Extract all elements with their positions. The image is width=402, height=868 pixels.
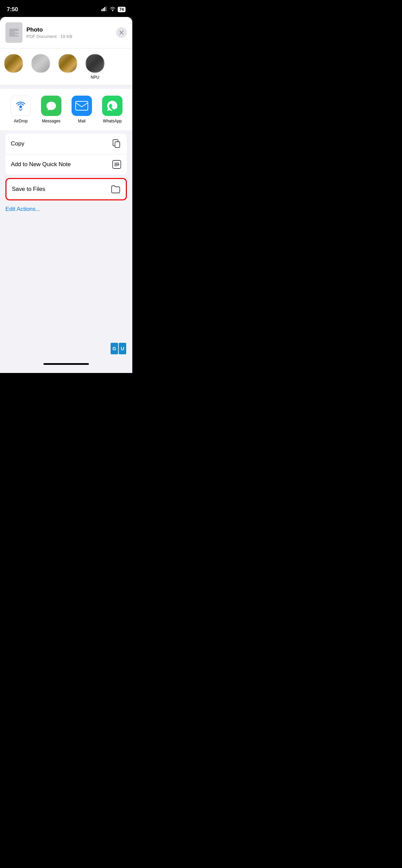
signal-icon (101, 6, 108, 13)
app-item-mail[interactable]: Mail (66, 96, 97, 123)
close-button[interactable] (116, 27, 127, 38)
messages-icon-bg (41, 96, 61, 116)
save-to-files-action[interactable]: Save to Files (6, 179, 126, 199)
svg-rect-0 (101, 9, 102, 11)
app-item-te[interactable]: T Te... (128, 96, 132, 123)
edit-actions-button[interactable]: Edit Actions... (0, 200, 132, 218)
mail-icon-bg (72, 96, 92, 116)
apps-row[interactable]: AirDrop Messages Mail (0, 89, 132, 130)
copy-icon (112, 139, 121, 149)
wifi-icon (110, 6, 116, 13)
edit-actions-label: Edit Actions... (5, 206, 40, 212)
file-thumbnail (5, 22, 22, 43)
battery-icon: 74 (118, 7, 126, 12)
copy-action[interactable]: Copy (5, 134, 127, 154)
quick-note-icon (112, 160, 121, 169)
svg-rect-3 (106, 6, 107, 11)
contact-avatar (85, 54, 104, 73)
home-indicator (0, 360, 132, 373)
svg-rect-6 (76, 101, 88, 110)
home-bar (43, 363, 89, 365)
svg-rect-1 (103, 8, 104, 11)
whatsapp-label: WhatsApp (103, 119, 121, 123)
save-to-files-label: Save to Files (12, 186, 45, 193)
svg-rect-2 (104, 7, 105, 11)
contact-item[interactable]: NPU (81, 54, 109, 80)
background-area: Photo PDF Document · 19 KB (0, 17, 132, 373)
contact-item[interactable] (27, 54, 54, 80)
quick-note-action[interactable]: Add to New Quick Note (5, 154, 127, 175)
app-item-whatsapp[interactable]: WhatsApp (97, 96, 128, 123)
quick-note-label: Add to New Quick Note (11, 161, 71, 168)
airdrop-label: AirDrop (14, 119, 28, 123)
share-subtitle: PDF Document · 19 KB (26, 34, 116, 39)
airdrop-icon (11, 96, 31, 116)
mail-label: Mail (78, 119, 85, 123)
messages-label: Messages (42, 119, 61, 123)
status-icons: 74 (101, 6, 126, 13)
share-title: Photo (26, 26, 116, 33)
copy-label: Copy (11, 140, 24, 147)
svg-rect-7 (115, 142, 120, 147)
whatsapp-icon-bg (102, 96, 122, 116)
app-item-airdrop[interactable]: AirDrop (5, 96, 36, 123)
contact-avatar (58, 54, 77, 73)
status-bar: 7:50 74 (0, 0, 132, 17)
save-to-files-icon (111, 184, 120, 194)
actions-container: Copy Add to New Quick Note (5, 134, 127, 175)
contact-avatar (31, 54, 50, 73)
share-header: Photo PDF Document · 19 KB (0, 17, 132, 48)
contact-avatar (4, 54, 23, 73)
share-info: Photo PDF Document · 19 KB (26, 26, 116, 39)
app-item-messages[interactable]: Messages (36, 96, 66, 123)
save-to-files-wrapper: Save to Files (5, 178, 127, 200)
contact-item[interactable] (0, 54, 27, 80)
contact-item[interactable] (54, 54, 81, 80)
contacts-row[interactable]: NPU (0, 48, 132, 85)
watermark: G U (111, 343, 127, 355)
status-time: 7:50 (7, 6, 18, 13)
share-sheet: Photo PDF Document · 19 KB (0, 17, 132, 373)
svg-point-5 (19, 105, 22, 108)
